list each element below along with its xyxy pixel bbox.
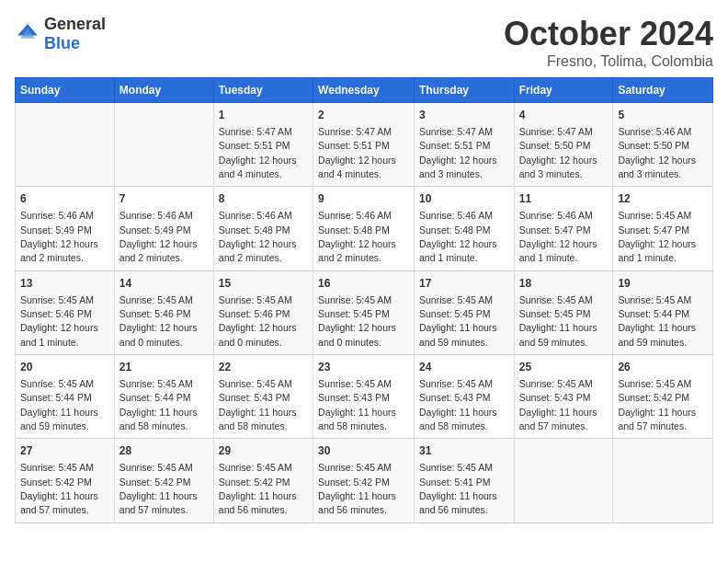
logo-text: General Blue (44, 15, 106, 53)
day-info: Sunrise: 5:46 AM Sunset: 5:50 PM Dayligh… (618, 126, 696, 179)
day-info: Sunrise: 5:45 AM Sunset: 5:41 PM Dayligh… (419, 462, 497, 515)
day-number: 30 (318, 443, 409, 459)
header-row: SundayMondayTuesdayWednesdayThursdayFrid… (16, 78, 713, 103)
day-number: 29 (219, 443, 308, 459)
day-cell: 8Sunrise: 5:46 AM Sunset: 5:48 PM Daylig… (213, 187, 313, 270)
logo-icon (15, 21, 40, 47)
week-row-1: 1Sunrise: 5:47 AM Sunset: 5:51 PM Daylig… (16, 103, 713, 187)
day-info: Sunrise: 5:45 AM Sunset: 5:43 PM Dayligh… (318, 378, 396, 431)
day-number: 28 (119, 443, 209, 459)
day-cell: 23Sunrise: 5:45 AM Sunset: 5:43 PM Dayli… (313, 355, 415, 439)
day-info: Sunrise: 5:45 AM Sunset: 5:44 PM Dayligh… (618, 294, 696, 348)
day-number: 25 (519, 360, 609, 375)
day-cell: 13Sunrise: 5:45 AM Sunset: 5:46 PM Dayli… (16, 270, 115, 354)
day-number: 31 (419, 443, 509, 459)
day-info: Sunrise: 5:46 AM Sunset: 5:49 PM Dayligh… (20, 210, 98, 263)
day-info: Sunrise: 5:46 AM Sunset: 5:49 PM Dayligh… (119, 210, 198, 263)
day-number: 16 (318, 276, 409, 292)
day-info: Sunrise: 5:45 AM Sunset: 5:42 PM Dayligh… (119, 462, 198, 515)
day-info: Sunrise: 5:46 AM Sunset: 5:48 PM Dayligh… (318, 210, 396, 263)
day-number: 14 (119, 276, 209, 292)
day-number: 12 (618, 191, 708, 207)
day-info: Sunrise: 5:45 AM Sunset: 5:42 PM Dayligh… (618, 378, 696, 431)
week-row-3: 13Sunrise: 5:45 AM Sunset: 5:46 PM Dayli… (16, 270, 713, 354)
logo-general: General (44, 15, 106, 33)
day-number: 9 (318, 191, 409, 207)
day-cell: 21Sunrise: 5:45 AM Sunset: 5:44 PM Dayli… (114, 355, 213, 439)
header-cell-thursday: Thursday (414, 78, 514, 103)
day-cell: 3Sunrise: 5:47 AM Sunset: 5:51 PM Daylig… (414, 103, 514, 187)
day-info: Sunrise: 5:45 AM Sunset: 5:44 PM Dayligh… (119, 378, 198, 431)
day-info: Sunrise: 5:47 AM Sunset: 5:51 PM Dayligh… (318, 126, 396, 179)
day-cell: 25Sunrise: 5:45 AM Sunset: 5:43 PM Dayli… (514, 355, 613, 439)
day-number: 3 (419, 108, 509, 123)
day-cell: 18Sunrise: 5:45 AM Sunset: 5:45 PM Dayli… (514, 270, 613, 354)
day-cell: 5Sunrise: 5:46 AM Sunset: 5:50 PM Daylig… (613, 103, 713, 187)
day-info: Sunrise: 5:45 AM Sunset: 5:44 PM Dayligh… (20, 378, 98, 431)
day-number: 24 (419, 360, 509, 375)
day-cell (613, 439, 713, 523)
day-info: Sunrise: 5:45 AM Sunset: 5:46 PM Dayligh… (20, 294, 98, 348)
day-number: 22 (219, 360, 308, 375)
day-info: Sunrise: 5:47 AM Sunset: 5:51 PM Dayligh… (419, 126, 497, 179)
day-info: Sunrise: 5:47 AM Sunset: 5:50 PM Dayligh… (519, 126, 597, 179)
day-number: 27 (20, 443, 109, 459)
day-cell: 26Sunrise: 5:45 AM Sunset: 5:42 PM Dayli… (613, 355, 713, 439)
day-cell: 2Sunrise: 5:47 AM Sunset: 5:51 PM Daylig… (313, 103, 415, 187)
calendar-table: SundayMondayTuesdayWednesdayThursdayFrid… (15, 77, 713, 523)
day-cell: 1Sunrise: 5:47 AM Sunset: 5:51 PM Daylig… (213, 103, 313, 187)
day-info: Sunrise: 5:45 AM Sunset: 5:43 PM Dayligh… (519, 378, 597, 431)
day-cell: 20Sunrise: 5:45 AM Sunset: 5:44 PM Dayli… (16, 355, 115, 439)
day-info: Sunrise: 5:45 AM Sunset: 5:46 PM Dayligh… (219, 294, 297, 348)
day-cell: 14Sunrise: 5:45 AM Sunset: 5:46 PM Dayli… (114, 270, 213, 354)
day-cell: 31Sunrise: 5:45 AM Sunset: 5:41 PM Dayli… (414, 439, 514, 523)
day-info: Sunrise: 5:46 AM Sunset: 5:48 PM Dayligh… (419, 210, 497, 263)
day-cell: 12Sunrise: 5:45 AM Sunset: 5:47 PM Dayli… (613, 187, 713, 270)
header-cell-monday: Monday (114, 78, 213, 103)
day-info: Sunrise: 5:45 AM Sunset: 5:45 PM Dayligh… (419, 294, 497, 348)
day-info: Sunrise: 5:45 AM Sunset: 5:46 PM Dayligh… (119, 294, 198, 348)
day-cell: 11Sunrise: 5:46 AM Sunset: 5:47 PM Dayli… (514, 187, 613, 270)
logo: General Blue (15, 15, 106, 53)
day-info: Sunrise: 5:46 AM Sunset: 5:47 PM Dayligh… (519, 210, 597, 263)
header-cell-tuesday: Tuesday (213, 78, 313, 103)
day-number: 21 (119, 360, 209, 375)
day-number: 1 (219, 108, 308, 123)
day-info: Sunrise: 5:46 AM Sunset: 5:48 PM Dayligh… (219, 210, 297, 263)
day-number: 10 (419, 191, 509, 207)
day-number: 26 (618, 360, 708, 375)
page-header: General Blue October 2024 Fresno, Tolima… (15, 15, 713, 70)
day-number: 20 (20, 360, 109, 375)
day-info: Sunrise: 5:45 AM Sunset: 5:47 PM Dayligh… (618, 210, 696, 263)
day-cell: 30Sunrise: 5:45 AM Sunset: 5:42 PM Dayli… (313, 439, 415, 523)
day-info: Sunrise: 5:45 AM Sunset: 5:45 PM Dayligh… (318, 294, 396, 348)
logo-blue: Blue (44, 34, 80, 52)
day-cell: 22Sunrise: 5:45 AM Sunset: 5:43 PM Dayli… (213, 355, 313, 439)
day-cell: 17Sunrise: 5:45 AM Sunset: 5:45 PM Dayli… (414, 270, 514, 354)
day-number: 11 (519, 191, 609, 207)
day-number: 4 (519, 108, 609, 123)
day-cell: 16Sunrise: 5:45 AM Sunset: 5:45 PM Dayli… (313, 270, 415, 354)
day-info: Sunrise: 5:45 AM Sunset: 5:45 PM Dayligh… (519, 294, 597, 348)
header-cell-sunday: Sunday (16, 78, 115, 103)
header-cell-wednesday: Wednesday (313, 78, 415, 103)
day-cell: 27Sunrise: 5:45 AM Sunset: 5:42 PM Dayli… (16, 439, 115, 523)
day-cell: 7Sunrise: 5:46 AM Sunset: 5:49 PM Daylig… (114, 187, 213, 270)
day-cell: 19Sunrise: 5:45 AM Sunset: 5:44 PM Dayli… (613, 270, 713, 354)
day-number: 19 (618, 276, 708, 292)
day-number: 17 (419, 276, 509, 292)
day-info: Sunrise: 5:45 AM Sunset: 5:43 PM Dayligh… (219, 378, 297, 431)
day-number: 23 (318, 360, 409, 375)
day-info: Sunrise: 5:45 AM Sunset: 5:42 PM Dayligh… (318, 462, 396, 515)
day-cell: 24Sunrise: 5:45 AM Sunset: 5:43 PM Dayli… (414, 355, 514, 439)
day-number: 2 (318, 108, 409, 123)
day-number: 13 (20, 276, 109, 292)
week-row-5: 27Sunrise: 5:45 AM Sunset: 5:42 PM Dayli… (16, 439, 713, 523)
title-block: October 2024 Fresno, Tolima, Colombia (504, 15, 713, 70)
day-cell (114, 103, 213, 187)
day-number: 15 (219, 276, 308, 292)
header-cell-saturday: Saturday (613, 78, 713, 103)
day-number: 5 (618, 108, 708, 123)
day-cell: 10Sunrise: 5:46 AM Sunset: 5:48 PM Dayli… (414, 187, 514, 270)
week-row-2: 6Sunrise: 5:46 AM Sunset: 5:49 PM Daylig… (16, 187, 713, 270)
